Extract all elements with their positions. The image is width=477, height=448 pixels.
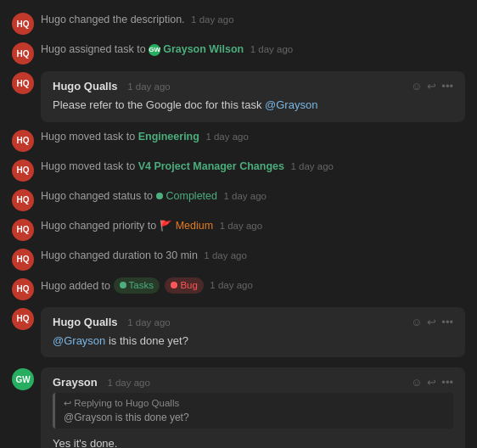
comment-bubble-container: Grayson 1 day ago ☺ ↩ ••• ↩ Replying to … (41, 367, 465, 448)
replying-icon: ↩ (64, 398, 71, 408)
more-icon[interactable]: ••• (441, 316, 453, 328)
timestamp: 1 day ago (223, 191, 267, 201)
activity-text: Hugo assigned task to GW Grayson Wilson … (41, 42, 465, 58)
comment-actions: ☺ ↩ ••• (411, 80, 453, 92)
comment-bubble: Hugo Qualls 1 day ago ☺ ↩ ••• Please ref… (41, 71, 465, 122)
mention: @Grayson (53, 334, 105, 347)
timestamp: 1 day ago (290, 161, 334, 171)
tag-tasks: Tasks (114, 277, 160, 294)
mention: @Grayson (265, 98, 317, 111)
comment-bubble: Grayson 1 day ago ☺ ↩ ••• ↩ Replying to … (41, 367, 465, 448)
avatar: HQ (12, 42, 34, 64)
activity-text: Hugo moved task to V4 Project Manager Ch… (41, 159, 465, 175)
activity-row: HQ Hugo changed duration to 30 min 1 day… (0, 244, 477, 274)
activity-row: HQ Hugo changed priority to 🚩 Medium 1 d… (0, 215, 477, 244)
activity-feed: HQ Hugo changed the description. 1 day a… (0, 0, 477, 448)
comment-header: Hugo Qualls 1 day ago ☺ ↩ ••• (53, 316, 453, 328)
activity-text: Hugo changed duration to 30 min 1 day ag… (41, 248, 465, 264)
activity-row: HQ Hugo moved task to V4 Project Manager… (0, 155, 477, 185)
reply-icon[interactable]: ↩ (427, 376, 436, 389)
activity-row: HQ Hugo changed the description. 1 day a… (0, 8, 477, 38)
tag-bug: Bug (165, 277, 203, 294)
task-destination: V4 Project Manager Changes (138, 160, 284, 172)
status-badge: Completed (156, 188, 217, 204)
timestamp: 1 day ago (204, 250, 247, 260)
reply-quoted-text: @Grayson is this done yet? (64, 412, 445, 423)
activity-text: Hugo changed priority to 🚩 Medium 1 day … (41, 218, 465, 234)
comment-meta: Hugo Qualls 1 day ago (53, 316, 171, 328)
more-icon[interactable]: ••• (441, 376, 453, 389)
emoji-icon[interactable]: ☺ (411, 376, 422, 389)
timestamp: 1 day ago (250, 44, 294, 54)
activity-text: Hugo changed status to Completed 1 day a… (41, 188, 465, 204)
activity-row: HQ Hugo assigned task to GW Grayson Wils… (0, 38, 477, 68)
reply-icon[interactable]: ↩ (427, 316, 436, 328)
task-destination: Engineering (138, 131, 199, 143)
comment-meta: Hugo Qualls 1 day ago (53, 80, 171, 92)
comment-actions: ☺ ↩ ••• (411, 316, 453, 328)
comment-time: 1 day ago (107, 378, 150, 388)
comment-author: Hugo Qualls (53, 316, 118, 328)
comment-author: Hugo Qualls (53, 80, 118, 92)
emoji-icon[interactable]: ☺ (411, 316, 422, 328)
priority-badge: 🚩 Medium (160, 218, 213, 234)
comment-body: @Grayson is this done yet? (53, 333, 453, 350)
comment-body: Please refer to the Google doc for this … (53, 97, 453, 114)
avatar: HQ (12, 219, 34, 241)
comment-time: 1 day ago (127, 317, 171, 328)
comment-author: Grayson (53, 376, 98, 389)
avatar: GW (12, 368, 34, 390)
reply-label: ↩ Replying to Hugo Qualls (64, 398, 445, 409)
timestamp: 1 day ago (205, 132, 249, 142)
flag-icon: 🚩 (160, 218, 172, 233)
more-icon[interactable]: ••• (441, 80, 453, 92)
comment-bubble: Hugo Qualls 1 day ago ☺ ↩ ••• @Grayson i… (41, 307, 465, 358)
avatar: HQ (12, 160, 34, 182)
reply-block: ↩ Replying to Hugo Qualls @Grayson is th… (53, 393, 453, 428)
activity-text: Hugo added to Tasks Bug 1 day ago (41, 277, 465, 294)
avatar: HQ (12, 249, 34, 271)
avatar: HQ (12, 130, 34, 152)
activity-row: HQ Hugo changed status to Completed 1 da… (0, 185, 477, 215)
comment-actions: ☺ ↩ ••• (411, 376, 453, 389)
comment-bubble-container: Hugo Qualls 1 day ago ☺ ↩ ••• Please ref… (41, 71, 465, 122)
activity-row: HQ Hugo moved task to Engineering 1 day … (0, 126, 477, 155)
comment-time: 1 day ago (127, 81, 171, 92)
reply-icon[interactable]: ↩ (427, 80, 436, 92)
comment-header: Hugo Qualls 1 day ago ☺ ↩ ••• (53, 80, 453, 92)
assignee-name: Grayson Wilson (163, 42, 244, 58)
timestamp: 1 day ago (210, 280, 253, 290)
timestamp: 1 day ago (191, 14, 234, 25)
comment-wrapper: HQ Hugo Qualls 1 day ago ☺ ↩ ••• @Grayso… (0, 304, 477, 361)
activity-text: Hugo moved task to Engineering 1 day ago (41, 129, 465, 145)
comment-body: Yes it's done. (53, 435, 453, 448)
avatar: HQ (12, 308, 34, 330)
assignee-avatar-small: GW (149, 44, 160, 56)
comment-meta: Grayson 1 day ago (53, 376, 150, 389)
tasks-dot (120, 282, 126, 288)
comment-wrapper: GW Grayson 1 day ago ☺ ↩ ••• ↩ (0, 364, 477, 448)
activity-text: Hugo changed the description. 1 day ago (41, 12, 465, 28)
avatar: HQ (12, 278, 34, 300)
comment-wrapper: HQ Hugo Qualls 1 day ago ☺ ↩ ••• Please … (0, 68, 477, 126)
status-dot (156, 193, 163, 199)
emoji-icon[interactable]: ☺ (411, 80, 422, 92)
comment-header: Grayson 1 day ago ☺ ↩ ••• (53, 376, 453, 389)
avatar: HQ (12, 72, 34, 94)
activity-row: HQ Hugo added to Tasks Bug 1 day ago (0, 274, 477, 304)
timestamp: 1 day ago (220, 221, 263, 231)
avatar: HQ (12, 13, 34, 35)
comment-bubble-container: Hugo Qualls 1 day ago ☺ ↩ ••• @Grayson i… (41, 307, 465, 358)
avatar: HQ (12, 189, 34, 211)
bug-dot (171, 282, 177, 288)
